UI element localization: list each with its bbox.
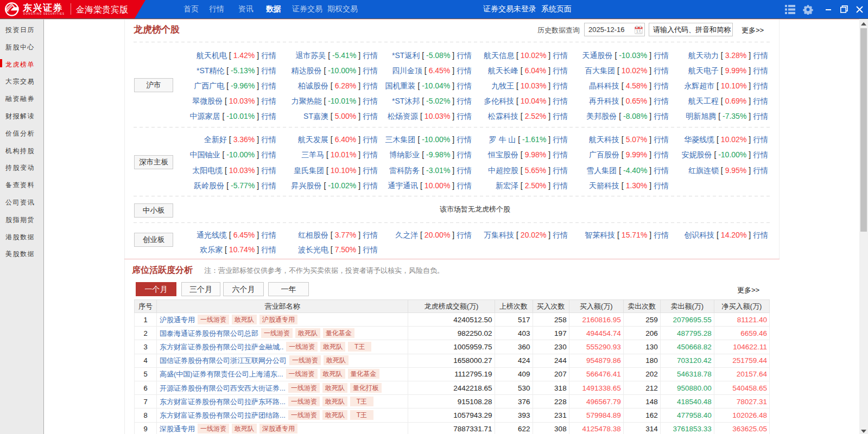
- svg-text:17: 17: [636, 29, 641, 34]
